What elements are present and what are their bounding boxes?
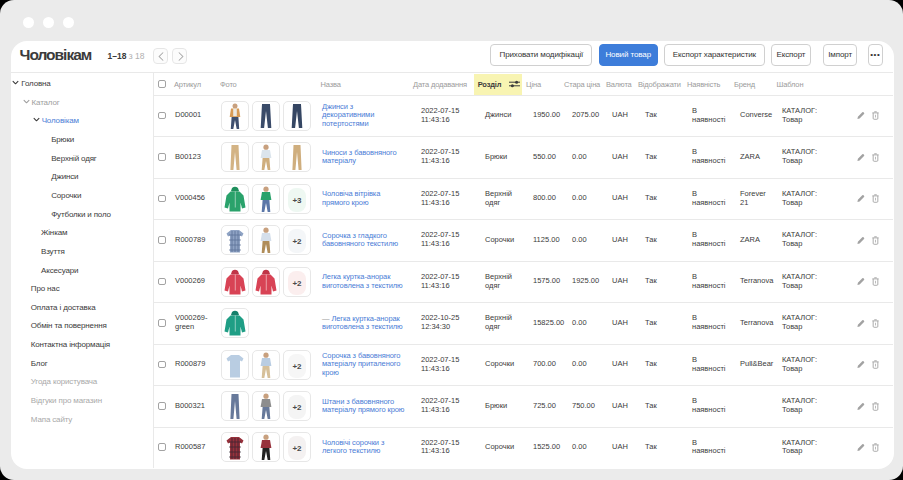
svg-text:+3: +3 — [292, 196, 302, 205]
svg-text:+2: +2 — [292, 237, 302, 246]
svg-text:+2: +2 — [292, 279, 302, 288]
svg-text:+2: +2 — [292, 403, 302, 412]
svg-text:+2: +2 — [292, 362, 302, 371]
svg-text:+2: +2 — [292, 444, 302, 453]
